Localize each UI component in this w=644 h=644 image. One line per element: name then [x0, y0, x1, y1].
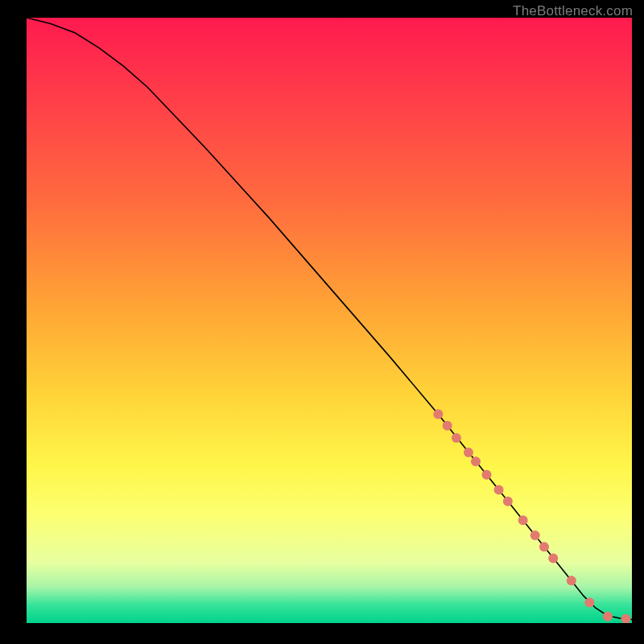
marker-dot — [584, 597, 594, 607]
plot-area — [27, 18, 632, 623]
main-curve — [27, 18, 632, 619]
marker-group — [433, 410, 630, 623]
marker-dot — [621, 614, 630, 623]
marker-dot — [548, 554, 558, 564]
marker-dot — [471, 456, 481, 466]
marker-dot — [539, 542, 549, 551]
marker-dot — [482, 470, 492, 480]
marker-dot — [530, 530, 540, 540]
marker-dot — [464, 448, 473, 457]
marker-dot — [433, 410, 443, 419]
marker-dot — [567, 576, 576, 585]
marker-dot — [603, 612, 613, 621]
marker-dot — [494, 485, 504, 495]
chart-stage: TheBottleneck.com — [0, 0, 644, 644]
marker-dot — [452, 433, 461, 443]
marker-dot — [503, 497, 513, 506]
marker-dot — [443, 421, 452, 431]
curve-layer — [27, 18, 632, 623]
watermark-text: TheBottleneck.com — [513, 3, 633, 19]
marker-dot — [518, 515, 528, 525]
